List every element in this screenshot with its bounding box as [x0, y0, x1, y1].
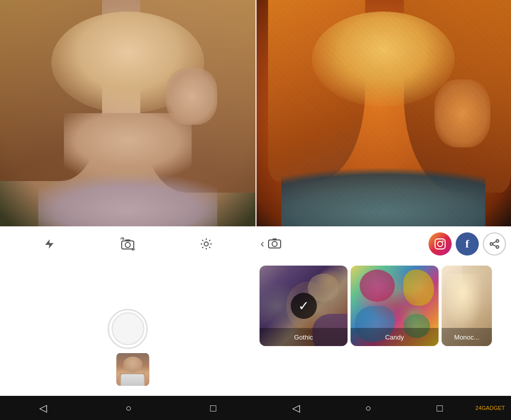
filter-candy[interactable]: Candy: [351, 266, 439, 346]
top-image-section: [0, 0, 511, 226]
home-nav-right[interactable]: ○: [365, 402, 371, 414]
camera-rotate-button[interactable]: [117, 233, 139, 255]
flash-button[interactable]: [38, 233, 60, 255]
home-nav-left[interactable]: ○: [125, 402, 131, 414]
back-nav-right[interactable]: ◁: [292, 402, 300, 414]
thumbnail-preview[interactable]: [116, 353, 149, 386]
filter-strip: ✓ Gothic Candy: [256, 262, 511, 396]
settings-button[interactable]: [195, 233, 217, 255]
nav-icons-right: ◁ ○ □: [260, 402, 475, 414]
toolbar-left: [0, 226, 256, 262]
checkmark-icon: ✓: [298, 299, 309, 312]
svg-point-12: [490, 243, 493, 245]
svg-line-15: [492, 241, 496, 243]
recent-nav-left[interactable]: □: [210, 402, 216, 414]
back-nav-left[interactable]: ◁: [39, 402, 47, 414]
bottom-section: ◁ ○ □ ‹: [0, 226, 511, 420]
svg-rect-7: [273, 238, 277, 240]
svg-point-13: [496, 246, 499, 248]
bottom-right-panel: ‹: [256, 226, 511, 420]
svg-rect-3: [125, 239, 130, 241]
capture-button[interactable]: [108, 309, 148, 349]
capture-area: [108, 262, 148, 396]
svg-point-9: [438, 241, 443, 246]
original-photo-panel: [0, 0, 256, 226]
filtered-photo-panel: [256, 0, 511, 226]
svg-point-4: [204, 242, 208, 246]
watermark-number: 24: [475, 405, 481, 411]
nav-bar-right: ◁ ○ □ 24GADGET: [256, 396, 511, 420]
share-button[interactable]: [483, 232, 506, 256]
nav-bar-left: ◁ ○ □: [0, 396, 256, 420]
recent-nav-right[interactable]: □: [437, 402, 443, 414]
toolbar-right: ‹: [256, 226, 511, 262]
back-button[interactable]: ‹: [261, 237, 264, 250]
panel-divider: [256, 0, 257, 226]
filter-gothic-label: Gothic: [260, 328, 348, 346]
bottom-left-panel: ◁ ○ □: [0, 226, 256, 420]
filter-gothic[interactable]: ✓ Gothic: [260, 266, 348, 346]
checkmark-circle: ✓: [291, 293, 317, 319]
filter-mono-label: Monoc...: [442, 328, 492, 346]
svg-point-2: [125, 242, 130, 247]
facebook-button[interactable]: f: [456, 232, 479, 256]
watermark-text: GADGET: [482, 405, 505, 411]
svg-point-6: [272, 241, 277, 246]
filter-monochrome[interactable]: Monoc...: [442, 266, 492, 346]
svg-marker-0: [45, 239, 54, 248]
filter-candy-label: Candy: [351, 328, 439, 346]
instagram-button[interactable]: [429, 232, 452, 256]
svg-rect-8: [435, 239, 445, 249]
svg-line-14: [492, 244, 496, 246]
watermark: 24GADGET: [475, 405, 507, 411]
svg-point-11: [496, 240, 499, 242]
capture-button-inner: [112, 312, 144, 345]
camera-button-right[interactable]: [268, 237, 281, 251]
svg-point-10: [442, 240, 444, 242]
